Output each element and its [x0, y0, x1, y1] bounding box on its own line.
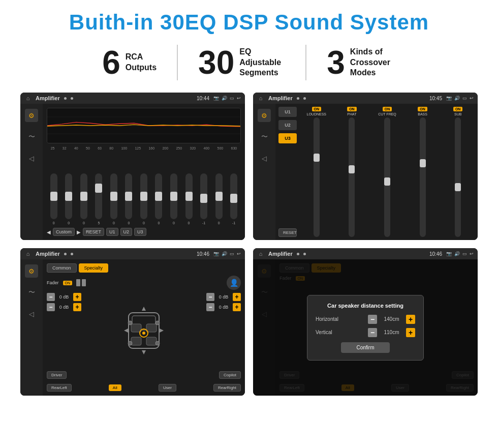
eq-track-1[interactable] [65, 173, 72, 219]
plus-btn-tl[interactable]: + [73, 293, 81, 301]
thumb-bass[interactable] [420, 159, 426, 167]
eq-track-4[interactable] [110, 173, 117, 219]
eq-labels: 25 32 40 50 63 80 100 125 160 200 250 32… [47, 146, 241, 150]
minus-btn-tl[interactable]: − [47, 293, 55, 301]
db-row-br: − 0 dB + [206, 303, 241, 311]
play-arrow[interactable]: ▶ [77, 229, 81, 235]
sidebar-wave-icon[interactable]: 〜 [25, 130, 38, 143]
db-row-tl: − 0 dB + [47, 293, 81, 301]
thumb-loudness[interactable] [314, 154, 320, 162]
driver-btn[interactable]: Driver [47, 371, 67, 379]
eq-track-9[interactable] [185, 173, 193, 219]
preset-u3[interactable]: U3 [278, 133, 297, 143]
tab-common[interactable]: Common [47, 263, 77, 273]
copilot-btn[interactable]: Copilot [219, 371, 241, 379]
sidebar-wave-icon-amp[interactable]: 〜 [258, 130, 271, 143]
sidebar-eq-icon[interactable]: ⚙ [25, 109, 38, 122]
stat-crossover: 3 Kinds ofCrossover Modes [306, 46, 416, 79]
eq-label-13: 500 [217, 146, 224, 150]
stat-label-crossover: Kinds ofCrossover Modes [350, 47, 396, 78]
eq-thumb-4[interactable] [110, 192, 117, 201]
screen-amp: ⌂ Amplifier 10:45 📷 🔊 ▭ ↩ ⚙ 〜 ◁ [253, 93, 478, 240]
topbar-eq: ⌂ Amplifier 10:44 📷 🔊 ▭ ↩ [20, 93, 245, 104]
eq-val-8: 0 [173, 221, 175, 225]
amp-reset-btn[interactable]: RESET [278, 228, 297, 237]
all-btn[interactable]: All [109, 384, 121, 391]
home-icon-cross: ⌂ [24, 250, 32, 257]
rearleft-btn[interactable]: RearLeft [47, 384, 72, 392]
eq-track-7[interactable] [155, 173, 162, 219]
thumb-phat[interactable] [349, 165, 355, 173]
eq-track-8[interactable] [170, 173, 177, 219]
eq-label-8: 160 [148, 146, 154, 150]
eq-track-11[interactable] [215, 173, 223, 219]
sidebar-wave-icon-cross[interactable]: 〜 [25, 286, 38, 299]
eq-track-10[interactable] [200, 173, 207, 219]
preset-u1[interactable]: U1 [278, 107, 297, 117]
eq-thumb-2[interactable] [80, 192, 87, 201]
dialog-horizontal-minus[interactable]: − [368, 315, 377, 324]
eq-thumb-5[interactable] [125, 192, 132, 201]
slider-cutfreq[interactable] [384, 117, 390, 237]
eq-thumb-8[interactable] [170, 192, 177, 201]
dialog-vertical-minus[interactable]: − [368, 328, 377, 337]
thumb-sub[interactable] [455, 183, 461, 191]
eq-thumb-10[interactable] [200, 194, 207, 203]
eq-thumb-7[interactable] [155, 192, 162, 201]
custom-btn[interactable]: Custom [53, 228, 75, 236]
confirm-button[interactable]: Confirm [341, 342, 389, 353]
reset-btn[interactable]: RESET [83, 228, 104, 236]
eq-track-6[interactable] [140, 173, 147, 219]
eq-thumb-1[interactable] [65, 192, 72, 201]
slider-bass[interactable] [420, 117, 426, 237]
preset-u2[interactable]: U2 [278, 120, 297, 130]
sidebar-eq-icon-amp[interactable]: ⚙ [258, 109, 271, 122]
dialog-vertical-plus[interactable]: + [406, 328, 415, 337]
slider-phat[interactable] [349, 117, 355, 237]
sidebar-speaker-icon-amp[interactable]: ◁ [258, 152, 271, 165]
stat-number-crossover: 3 [327, 46, 345, 79]
on-badge-bass: ON [418, 107, 427, 111]
cross-tabs: Common Specialty [47, 263, 241, 273]
sidebar-speaker-icon-cross[interactable]: ◁ [25, 307, 38, 320]
eq-track-12[interactable] [230, 173, 237, 219]
plus-btn-br[interactable]: + [233, 303, 241, 311]
prev-arrow[interactable]: ◀ [47, 229, 51, 235]
dot-icon-cross2 [71, 253, 73, 255]
eq-thumb-3[interactable] [95, 184, 102, 193]
back-icon-cross: ↩ [237, 251, 241, 256]
stats-row: 6 RCAOutputs 30 EQ AdjustableSegments 3 … [20, 45, 478, 80]
rearright-btn[interactable]: RearRight [213, 384, 241, 392]
sidebar-speaker-icon[interactable]: ◁ [25, 152, 38, 165]
eq-thumb-6[interactable] [140, 192, 147, 201]
eq-track-2[interactable] [80, 173, 87, 219]
user-btn[interactable]: User [159, 384, 176, 392]
u3-btn[interactable]: U3 [134, 228, 146, 236]
eq-thumb-11[interactable] [215, 192, 223, 201]
amp-presets: U1 U2 U3 RESET [278, 107, 297, 237]
eq-thumb-9[interactable] [185, 192, 193, 201]
home-icon: ⌂ [24, 95, 32, 102]
eq-track-5[interactable] [125, 173, 132, 219]
dialog-horizontal-plus[interactable]: + [406, 315, 415, 324]
minus-btn-bl[interactable]: − [47, 303, 55, 311]
eq-val-4: 0 [113, 221, 115, 225]
plus-btn-bl[interactable]: + [73, 303, 81, 311]
eq-val-11: 0 [218, 221, 220, 225]
sidebar-eq-icon-cross[interactable]: ⚙ [25, 264, 38, 278]
tab-specialty[interactable]: Specialty [79, 263, 109, 273]
plus-btn-tr[interactable]: + [233, 293, 241, 301]
stat-number-eq: 30 [198, 46, 234, 79]
eq-slider-col-1: 0 [65, 173, 72, 225]
eq-track-3[interactable] [95, 173, 102, 219]
thumb-cutfreq[interactable] [384, 177, 390, 186]
slider-sub[interactable] [455, 117, 461, 237]
minus-btn-tr[interactable]: − [206, 293, 214, 301]
eq-thumb-0[interactable] [50, 192, 57, 201]
slider-loudness[interactable] [314, 117, 320, 237]
eq-thumb-12[interactable] [230, 194, 237, 203]
u2-btn[interactable]: U2 [120, 228, 133, 236]
minus-btn-br[interactable]: − [206, 303, 214, 311]
u1-btn[interactable]: U1 [106, 228, 118, 236]
eq-track-0[interactable] [50, 173, 57, 219]
